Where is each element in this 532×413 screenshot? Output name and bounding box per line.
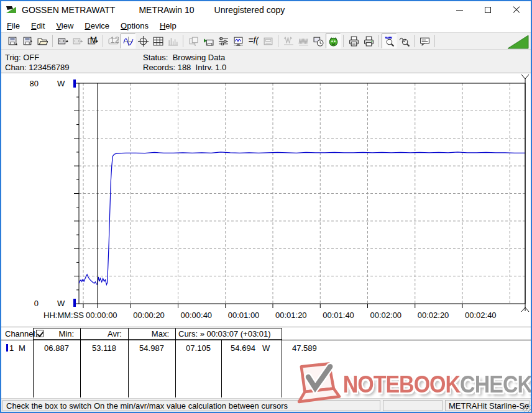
window-title-product: METRAwin 10: [139, 5, 194, 15]
resize-corner-triangle-icon: [507, 34, 529, 49]
channel-range-marker-bottom: [73, 299, 76, 307]
store-to-file-icon[interactable]: [201, 34, 216, 48]
max-column-header: Max:: [128, 329, 169, 339]
cursor-column-header: Curs: » 00:03:07 (+03:01): [178, 329, 271, 339]
minimize-icon: [456, 10, 463, 11]
print-preview-icon[interactable]: [346, 34, 361, 48]
channel-number: 1: [9, 343, 18, 353]
menu-edit[interactable]: Edit: [25, 20, 50, 32]
y-axis-top-tick-label: 80: [30, 79, 39, 88]
device-memory-icon[interactable]: M: [85, 34, 100, 48]
window-title-license: Unregistered copy: [214, 5, 285, 15]
minimize-button[interactable]: [445, 1, 474, 19]
toolbar-separator: [414, 35, 415, 47]
monitor-icon[interactable]: [231, 34, 245, 48]
svg-text:00:01:00: 00:01:00: [228, 311, 260, 320]
channels-label: Chan:: [5, 63, 27, 72]
channel-color-marker: [6, 344, 8, 352]
svg-text:00:02:40: 00:02:40: [465, 311, 497, 320]
zoom-wave-icon[interactable]: [382, 34, 397, 48]
menu-file[interactable]: File: [1, 20, 25, 32]
close-button[interactable]: [502, 1, 531, 19]
table-column-divider: [128, 329, 129, 397]
toolbar-separator: [103, 35, 103, 47]
metrawin-window: GOSSEN METRAWATT METRAwin 10 Unregistere…: [0, 0, 532, 413]
table-display-icon[interactable]: [150, 34, 165, 48]
zoom-curve-icon[interactable]: [397, 34, 411, 48]
cursor2-value: 54.694: [221, 343, 265, 353]
chart-panel: 00:00:0000:00:2000:00:4000:01:0000:01:20…: [1, 73, 531, 327]
records-value: 188: [178, 63, 191, 72]
maximize-button[interactable]: [474, 1, 502, 19]
resize-grip[interactable]: [523, 404, 531, 412]
svg-text:M: M: [89, 36, 97, 45]
interval-label: Intrv.: [196, 63, 213, 72]
device-stop-icon: [70, 34, 85, 48]
svg-text:00:00:00: 00:00:00: [86, 311, 117, 320]
acquisition-info-bar: Trig: OFF Chan: 123456789 Status: Browsi…: [1, 50, 531, 73]
table-column-divider: [282, 329, 282, 397]
channel-mode: M: [19, 343, 27, 353]
x-axis-label: HH:MM:SS: [44, 311, 84, 320]
toolbar-separator: [343, 35, 344, 47]
maximize-icon: [485, 7, 491, 13]
menu-help[interactable]: Help: [154, 20, 182, 32]
max-value: 54.987: [128, 343, 175, 353]
table-column-divider: [33, 329, 34, 397]
chart-svg[interactable]: 00:00:0000:00:2000:00:4000:01:0000:01:20…: [1, 73, 531, 327]
cursor-crosshair-icon[interactable]: [135, 34, 150, 48]
histogram-display-icon: [165, 34, 180, 48]
window-title-app: GOSSEN METRAWATT: [22, 5, 115, 15]
device-read-icon[interactable]: [55, 34, 70, 48]
menu-view[interactable]: View: [50, 20, 79, 32]
open-file-icon[interactable]: [35, 34, 50, 48]
toolbar-separator: [52, 35, 53, 47]
channel-range-marker-top: [73, 79, 76, 88]
svg-text:00:02:20: 00:02:20: [418, 311, 449, 320]
interval-clock-icon[interactable]: [311, 34, 326, 48]
close-icon: [513, 6, 520, 14]
status-label: Status:: [143, 53, 168, 62]
wave-dense-icon: [296, 34, 311, 48]
toolbar-separator: [434, 35, 435, 47]
svg-text:=f(x): =f(x): [248, 36, 258, 45]
table-column-divider: [80, 329, 81, 397]
menu-device[interactable]: Device: [79, 20, 115, 32]
trigger-label: Trig:: [5, 53, 21, 62]
avr-value: 53.118: [80, 343, 128, 353]
formula-icon[interactable]: =f(x): [245, 34, 260, 48]
annotation-icon[interactable]: [417, 34, 432, 48]
numeric-display-icon: 1257: [106, 34, 121, 48]
statusbar-middle-panel: [383, 400, 443, 411]
menu-options[interactable]: Options: [115, 20, 154, 32]
channels-value: 123456789: [29, 63, 69, 72]
svg-text:00:00:40: 00:00:40: [181, 311, 213, 320]
toolbar: M 1257 =f(x): [1, 32, 531, 50]
interval-value: 1.0: [215, 63, 226, 72]
table-column-divider: [175, 329, 176, 397]
statusbar-hint: Check the box to switch On the min/avr/m…: [2, 400, 380, 411]
min-value: 06.887: [33, 343, 80, 353]
svg-text:00:01:40: 00:01:40: [323, 311, 354, 320]
svg-text:00:00:20: 00:00:20: [133, 311, 165, 320]
chart-generated: 00:00:0000:00:2000:00:4000:01:0000:01:20…: [74, 75, 529, 320]
svg-text:00:01:20: 00:01:20: [275, 311, 307, 320]
graph-display-icon[interactable]: [121, 34, 135, 48]
menu-bar: File Edit View Device Options Help: [1, 19, 531, 32]
record-gremlin-icon[interactable]: [326, 34, 341, 48]
app-logo-icon: [6, 5, 17, 15]
status-value: Browsing Data: [173, 53, 226, 62]
print-icon[interactable]: [361, 34, 376, 48]
statusbar-device-name: METRAHit Starline-Seri: [445, 400, 530, 411]
value-unit: W: [262, 343, 275, 353]
save-as-icon[interactable]: [20, 34, 35, 48]
channel-value-table: Channel: Min: Avr: Max: Curs: » 00:03:07…: [1, 327, 531, 398]
channel-settings-icon[interactable]: [216, 34, 231, 48]
avr-column-header: Avr:: [80, 329, 122, 339]
y-axis-unit-top: W: [57, 79, 65, 88]
save-icon[interactable]: [5, 34, 20, 48]
title-bar: GOSSEN METRAWATT METRAwin 10 Unregistere…: [1, 1, 531, 19]
status-bar: Check the box to switch On the min/avr/m…: [1, 398, 531, 412]
min-column-header: Min:: [33, 329, 74, 339]
toolbar-separator: [378, 35, 379, 47]
